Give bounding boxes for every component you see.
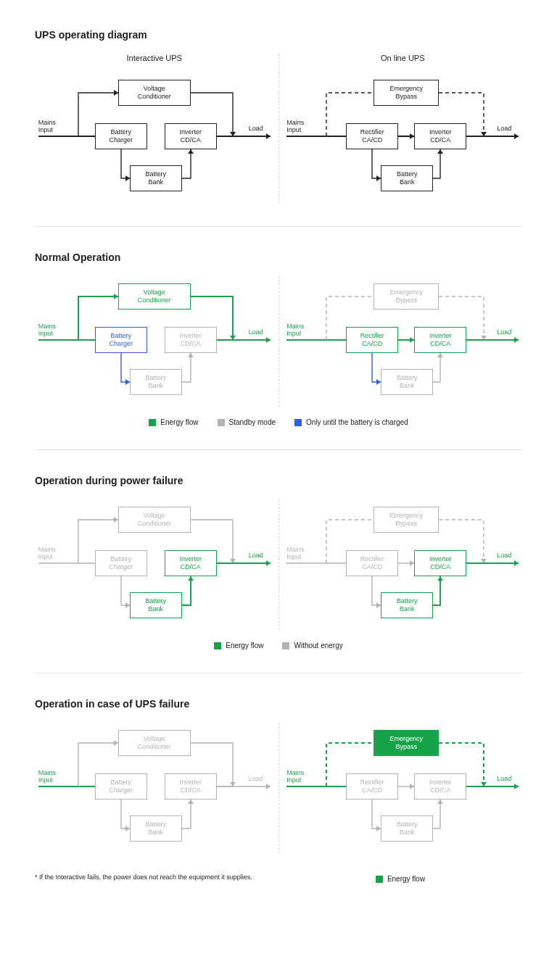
box-inverter: Inverter CD/CA — [414, 550, 466, 576]
vertical-separator — [278, 276, 279, 407]
label-load: Load — [497, 552, 511, 559]
box-bypass: Emergency Bypass — [374, 283, 439, 310]
box-inverter: Inverter CD/CA — [165, 327, 217, 353]
label-mains: Mains Input — [286, 119, 304, 134]
label-mains: Mains Input — [38, 119, 56, 134]
box-charger: Battery Charger — [95, 773, 147, 800]
box-bank: Battery Bank — [130, 592, 182, 618]
box-inverter: Inverter CD/CA — [414, 773, 466, 800]
swatch-gray — [218, 419, 225, 426]
box-charger: Battery Charger — [95, 123, 147, 149]
label-mains: Mains Input — [38, 769, 56, 784]
box-bypass: Emergency Bypass — [374, 507, 439, 533]
label-load: Load — [497, 125, 511, 132]
box-voltage: Voltage Conditioner — [118, 507, 191, 533]
title-1: UPS operating diagram — [35, 29, 522, 41]
subtitle-online: On line UPS — [381, 54, 425, 62]
label-load: Load — [497, 775, 511, 782]
swatch-green — [149, 419, 156, 426]
box-inverter: Inverter CD/CA — [165, 123, 217, 149]
legend-failure: Energy flow Without energy — [35, 641, 522, 649]
label-load: Load — [249, 328, 263, 336]
box-bank: Battery Bank — [381, 369, 433, 395]
label-load: Load — [249, 552, 263, 559]
diagram-interactive-2: Voltage ConditionerBattery ChargerInvert… — [38, 276, 271, 407]
label-mains: Mains Input — [286, 546, 304, 561]
box-bank: Battery Bank — [130, 369, 182, 395]
section-normal: Normal Operation Voltage ConditionerBatt… — [35, 252, 522, 426]
divider — [35, 673, 522, 673]
legend-normal: Energy flow Standby mode Only until the … — [35, 418, 522, 426]
box-bank: Battery Bank — [130, 165, 182, 191]
divider — [35, 449, 522, 450]
diagram-online-1: Emergency BypassRectifier CA/CDInverter … — [286, 72, 519, 203]
swatch-green — [376, 876, 383, 883]
box-charger: Battery Charger — [95, 550, 147, 576]
title-4: Operation in case of UPS failure — [35, 698, 522, 710]
label-load: Load — [249, 775, 263, 782]
box-voltage: Voltage Conditioner — [118, 80, 191, 106]
diagram-online-4: Emergency BypassRectifier CA/CDInverter … — [286, 723, 519, 853]
box-rectifier: Rectifier CA/CD — [346, 773, 398, 800]
box-rectifier: Rectifier CA/CD — [346, 550, 398, 576]
box-inverter: Inverter CD/CA — [414, 327, 466, 353]
box-bypass: Emergency Bypass — [374, 730, 439, 756]
box-bank: Battery Bank — [381, 815, 433, 842]
box-inverter: Inverter CD/CA — [165, 550, 217, 576]
box-bank: Battery Bank — [130, 815, 182, 842]
diagram-online-3: Emergency BypassRectifier CA/CDInverter … — [286, 499, 519, 630]
swatch-green — [214, 642, 221, 649]
diagram-interactive-1: Voltage ConditionerBattery ChargerInvert… — [38, 72, 271, 203]
box-voltage: Voltage Conditioner — [118, 283, 191, 310]
footnote: * If the Interactive fails, the power do… — [35, 873, 252, 881]
diagram-online-2: Emergency BypassRectifier CA/CDInverter … — [286, 276, 519, 407]
section-failure: Operation during power failure Voltage C… — [35, 475, 522, 649]
vertical-separator — [278, 54, 279, 203]
label-mains: Mains Input — [286, 323, 304, 338]
label-mains: Mains Input — [38, 323, 56, 338]
label-load: Load — [249, 125, 263, 132]
box-bank: Battery Bank — [381, 165, 433, 191]
section-ups-failure: Operation in case of UPS failure Voltage… — [35, 698, 522, 883]
box-rectifier: Rectifier CA/CD — [346, 123, 398, 149]
title-2: Normal Operation — [35, 252, 522, 263]
label-mains: Mains Input — [38, 546, 56, 561]
legend-ups-fail: Energy flow — [376, 875, 425, 883]
title-3: Operation during power failure — [35, 475, 522, 486]
box-bypass: Emergency Bypass — [374, 80, 439, 106]
diagram-interactive-4: Voltage ConditionerBattery ChargerInvert… — [38, 723, 271, 853]
label-load: Load — [497, 328, 511, 336]
box-rectifier: Rectifier CA/CD — [346, 327, 398, 353]
box-voltage: Voltage Conditioner — [118, 730, 191, 756]
subtitle-interactive: Interactive UPS — [127, 54, 182, 62]
vertical-separator — [278, 723, 279, 853]
box-inverter: Inverter CD/CA — [165, 773, 217, 800]
diagram-interactive-3: Voltage ConditionerBattery ChargerInvert… — [38, 499, 271, 630]
vertical-separator — [278, 499, 279, 630]
box-bank: Battery Bank — [381, 592, 433, 618]
section-ups-diagram: UPS operating diagram Interactive UPS Vo… — [35, 29, 522, 203]
box-inverter: Inverter CD/CA — [414, 123, 466, 149]
divider — [35, 226, 522, 227]
label-mains: Mains Input — [286, 769, 304, 784]
swatch-blue — [294, 419, 302, 426]
swatch-gray — [282, 642, 289, 649]
box-charger: Battery Charger — [95, 327, 147, 353]
